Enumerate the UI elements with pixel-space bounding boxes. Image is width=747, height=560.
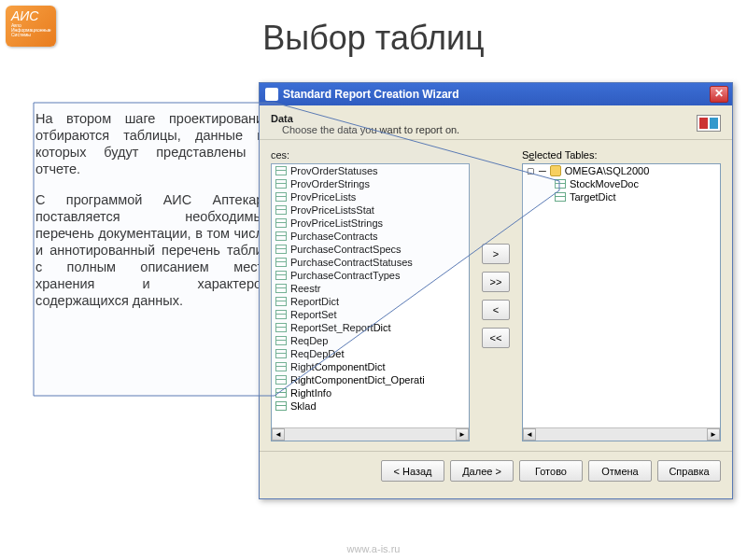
item-label: ProvPriceListsStat bbox=[290, 204, 374, 216]
item-label: RightInfo bbox=[290, 387, 331, 399]
paragraph-2: С программой АИС Аптекарь поставляется н… bbox=[35, 191, 271, 310]
item-label: ReportSet_ReportDict bbox=[290, 322, 391, 333]
transfer-buttons: > >> < << bbox=[479, 149, 513, 441]
available-item[interactable]: ProvPriceListsStat bbox=[272, 203, 469, 217]
back-button[interactable]: < Назад bbox=[381, 460, 444, 482]
logo: АИС Авто Информационные Системы bbox=[6, 6, 56, 47]
available-label: ces: bbox=[271, 149, 470, 161]
table-icon bbox=[275, 297, 287, 306]
finish-button[interactable]: Готово bbox=[519, 460, 583, 482]
item-label: ProvOrderStatuses bbox=[290, 165, 378, 176]
header-subtitle: Choose the data you want to report on. bbox=[282, 124, 721, 135]
table-icon bbox=[555, 192, 566, 202]
scroll-right-button[interactable]: ► bbox=[456, 428, 469, 441]
available-item[interactable]: ReqDepDet bbox=[272, 347, 469, 360]
item-label: PurchaseContractStatuses bbox=[290, 257, 413, 268]
table-icon bbox=[275, 310, 287, 319]
available-item[interactable]: ProvPriceListStrings bbox=[272, 217, 469, 230]
available-item[interactable]: ProvPriceLists bbox=[272, 190, 469, 203]
available-item[interactable]: Reestr bbox=[272, 282, 469, 295]
available-item[interactable]: Sklad bbox=[272, 399, 469, 413]
scroll-left-button[interactable]: ◄ bbox=[272, 428, 285, 441]
item-label: ReqDepDet bbox=[290, 348, 344, 359]
cancel-button[interactable]: Отмена bbox=[588, 460, 652, 482]
available-item[interactable]: RightComponentDict_Operati bbox=[272, 373, 469, 386]
logo-sub3: Системы bbox=[11, 33, 50, 37]
table-icon bbox=[275, 179, 287, 189]
database-icon bbox=[550, 165, 561, 176]
add-button[interactable]: > bbox=[482, 244, 510, 264]
available-item[interactable]: PurchaseContracts bbox=[272, 230, 469, 243]
remove-all-button[interactable]: << bbox=[482, 328, 510, 348]
h-scrollbar[interactable]: ◄ ► bbox=[272, 427, 469, 441]
table-icon bbox=[555, 179, 566, 189]
table-icon bbox=[275, 401, 287, 411]
item-label: Sklad bbox=[290, 400, 317, 412]
table-icon bbox=[275, 349, 287, 358]
dialog-footer: < Назад Далее > Готово Отмена Справка bbox=[260, 451, 732, 490]
tree-root[interactable]: ▢─OMEGA\SQL2000 bbox=[523, 164, 720, 177]
page-title: Выбор таблиц bbox=[0, 19, 747, 58]
dialog-title: Standard Report Creation Wizard bbox=[283, 88, 459, 101]
paragraph-1: На втором шаге проектирования отбираются… bbox=[35, 110, 271, 178]
remove-button[interactable]: < bbox=[482, 300, 510, 320]
table-icon bbox=[275, 258, 287, 267]
available-item[interactable]: ReportSet_ReportDict bbox=[272, 321, 469, 334]
scroll-left-button-r[interactable]: ◄ bbox=[523, 428, 536, 441]
available-item[interactable]: PurchaseContractSpecs bbox=[272, 243, 469, 256]
logo-main: АИС bbox=[11, 8, 50, 23]
available-listbox[interactable]: ProvOrderStatusesProvOrderStringsProvPri… bbox=[271, 163, 470, 441]
item-label: RightComponentDict bbox=[290, 361, 386, 372]
item-label: PurchaseContractTypes bbox=[290, 270, 400, 281]
item-label: TargetDict bbox=[570, 191, 616, 203]
add-all-button[interactable]: >> bbox=[482, 272, 510, 292]
table-icon bbox=[275, 205, 287, 215]
table-icon bbox=[275, 336, 287, 345]
table-icon bbox=[275, 362, 287, 371]
app-icon bbox=[265, 88, 278, 101]
available-item[interactable]: ReqDep bbox=[272, 334, 469, 347]
table-icon bbox=[275, 284, 287, 293]
item-label: ProvPriceLists bbox=[290, 191, 356, 203]
selected-column: Selected Tables: ▢─OMEGA\SQL2000StockMov… bbox=[522, 149, 721, 441]
available-item[interactable]: ProvOrderStatuses bbox=[272, 164, 469, 177]
selected-item[interactable]: StockMoveDoc bbox=[523, 177, 720, 190]
wizard-dialog: Standard Report Creation Wizard ✕ Data C… bbox=[259, 82, 733, 499]
dialog-header: Data Choose the data you want to report … bbox=[260, 105, 732, 140]
item-label: ReportSet bbox=[290, 309, 337, 320]
item-label: ReportDict bbox=[290, 296, 339, 307]
dialog-body: ces: ProvOrderStatusesProvOrderStringsPr… bbox=[260, 140, 732, 451]
table-icon bbox=[275, 218, 287, 228]
available-item[interactable]: PurchaseContractTypes bbox=[272, 269, 469, 282]
next-button[interactable]: Далее > bbox=[450, 460, 514, 482]
item-label: RightComponentDict_Operati bbox=[290, 374, 425, 385]
available-item[interactable]: ReportSet bbox=[272, 308, 469, 321]
help-button[interactable]: Справка bbox=[657, 460, 721, 482]
table-icon bbox=[275, 375, 287, 385]
table-icon bbox=[275, 192, 287, 202]
close-button[interactable]: ✕ bbox=[710, 86, 728, 103]
selected-listbox[interactable]: ▢─OMEGA\SQL2000StockMoveDocTargetDict ◄ … bbox=[522, 163, 721, 441]
selected-item[interactable]: TargetDict bbox=[523, 190, 720, 203]
item-label: ProvOrderStrings bbox=[290, 178, 370, 189]
item-label: ReqDep bbox=[290, 335, 328, 346]
item-label: Reestr bbox=[290, 283, 320, 294]
table-icon bbox=[275, 271, 287, 280]
available-column: ces: ProvOrderStatusesProvOrderStringsPr… bbox=[271, 149, 470, 441]
body-text: На втором шаге проектирования отбираются… bbox=[35, 110, 271, 322]
available-item[interactable]: RightInfo bbox=[272, 386, 469, 399]
titlebar[interactable]: Standard Report Creation Wizard ✕ bbox=[260, 83, 732, 105]
table-icon bbox=[275, 231, 287, 241]
item-label: PurchaseContracts bbox=[290, 231, 378, 242]
footer-url: www.a-is.ru bbox=[0, 543, 747, 554]
table-icon bbox=[275, 388, 287, 398]
available-item[interactable]: ReportDict bbox=[272, 295, 469, 308]
available-item[interactable]: PurchaseContractStatuses bbox=[272, 256, 469, 269]
table-icon bbox=[275, 323, 287, 332]
available-item[interactable]: ProvOrderStrings bbox=[272, 177, 469, 190]
available-item[interactable]: RightComponentDict bbox=[272, 360, 469, 373]
scroll-right-button-r[interactable]: ► bbox=[707, 428, 720, 441]
root-label: OMEGA\SQL2000 bbox=[565, 165, 650, 176]
h-scrollbar-right[interactable]: ◄ ► bbox=[523, 427, 720, 441]
table-icon bbox=[275, 245, 287, 254]
